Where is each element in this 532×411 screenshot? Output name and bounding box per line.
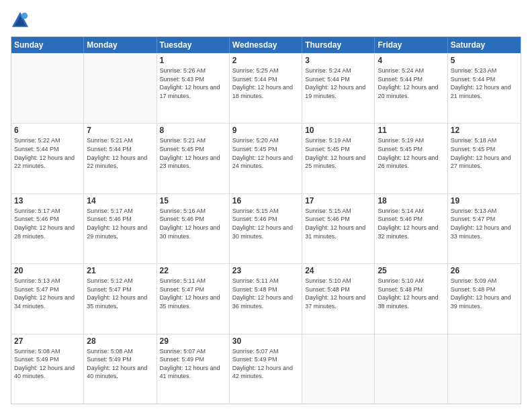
cell-date-number: 17 [305, 196, 371, 205]
logo [11, 11, 32, 30]
cell-date-number: 14 [87, 196, 153, 205]
day-cell-29: 29Sunrise: 5:07 AMSunset: 5:49 PMDayligh… [157, 334, 230, 404]
day-header-thursday: Thursday [302, 37, 375, 53]
calendar-page: SundayMondayTuesdayWednesdayThursdayFrid… [0, 0, 532, 411]
day-cell-21: 21Sunrise: 5:12 AMSunset: 5:47 PMDayligh… [84, 264, 157, 333]
cell-info: Sunrise: 5:10 AMSunset: 5:48 PMDaylight:… [305, 277, 371, 310]
day-cell-26: 26Sunrise: 5:09 AMSunset: 5:48 PMDayligh… [448, 264, 521, 333]
cell-info: Sunrise: 5:19 AMSunset: 5:45 PMDaylight:… [305, 136, 371, 170]
day-cell-16: 16Sunrise: 5:15 AMSunset: 5:46 PMDayligh… [230, 194, 302, 263]
empty-cell [375, 334, 447, 404]
cell-date-number: 4 [378, 56, 444, 65]
cell-info: Sunrise: 5:13 AMSunset: 5:47 PMDaylight:… [451, 207, 518, 240]
cell-info: Sunrise: 5:24 AMSunset: 5:44 PMDaylight:… [378, 66, 444, 100]
day-cell-9: 9Sunrise: 5:20 AMSunset: 5:45 PMDaylight… [230, 124, 302, 193]
header [11, 11, 521, 30]
day-cell-18: 18Sunrise: 5:14 AMSunset: 5:46 PMDayligh… [375, 194, 447, 263]
day-cell-3: 3Sunrise: 5:24 AMSunset: 5:44 PMDaylight… [302, 54, 375, 123]
day-cell-8: 8Sunrise: 5:21 AMSunset: 5:45 PMDaylight… [157, 124, 230, 193]
day-cell-23: 23Sunrise: 5:11 AMSunset: 5:48 PMDayligh… [230, 264, 302, 333]
day-cell-4: 4Sunrise: 5:24 AMSunset: 5:44 PMDaylight… [375, 54, 447, 123]
cell-date-number: 20 [14, 266, 81, 275]
cell-info: Sunrise: 5:07 AMSunset: 5:49 PMDaylight:… [160, 347, 226, 381]
cell-info: Sunrise: 5:23 AMSunset: 5:44 PMDaylight:… [451, 66, 518, 100]
cell-date-number: 18 [378, 196, 444, 205]
cell-date-number: 6 [14, 126, 81, 135]
cell-date-number: 2 [232, 56, 299, 65]
day-cell-6: 6Sunrise: 5:22 AMSunset: 5:44 PMDaylight… [11, 124, 84, 193]
day-header-tuesday: Tuesday [157, 37, 230, 53]
cell-date-number: 9 [232, 126, 299, 135]
cell-info: Sunrise: 5:18 AMSunset: 5:45 PMDaylight:… [451, 136, 518, 170]
cell-date-number: 3 [305, 56, 371, 65]
day-header-sunday: Sunday [11, 37, 84, 53]
day-cell-28: 28Sunrise: 5:08 AMSunset: 5:49 PMDayligh… [84, 334, 157, 404]
day-cell-20: 20Sunrise: 5:13 AMSunset: 5:47 PMDayligh… [11, 264, 84, 333]
day-cell-27: 27Sunrise: 5:08 AMSunset: 5:49 PMDayligh… [11, 334, 84, 404]
day-header-friday: Friday [375, 37, 447, 53]
cell-date-number: 8 [160, 126, 226, 135]
cell-info: Sunrise: 5:07 AMSunset: 5:49 PMDaylight:… [232, 347, 299, 381]
cell-info: Sunrise: 5:12 AMSunset: 5:47 PMDaylight:… [87, 277, 153, 310]
day-cell-11: 11Sunrise: 5:19 AMSunset: 5:45 PMDayligh… [375, 124, 447, 193]
cell-info: Sunrise: 5:08 AMSunset: 5:49 PMDaylight:… [14, 347, 81, 381]
week-row-2: 6Sunrise: 5:22 AMSunset: 5:44 PMDaylight… [11, 123, 521, 193]
cell-date-number: 25 [378, 266, 444, 275]
cell-info: Sunrise: 5:17 AMSunset: 5:46 PMDaylight:… [87, 207, 153, 240]
cell-info: Sunrise: 5:13 AMSunset: 5:47 PMDaylight:… [14, 277, 81, 310]
calendar-header-row: SundayMondayTuesdayWednesdayThursdayFrid… [11, 37, 521, 53]
cell-info: Sunrise: 5:21 AMSunset: 5:44 PMDaylight:… [87, 136, 153, 170]
cell-info: Sunrise: 5:08 AMSunset: 5:49 PMDaylight:… [87, 347, 153, 381]
cell-info: Sunrise: 5:17 AMSunset: 5:46 PMDaylight:… [14, 207, 81, 240]
logo-icon [11, 11, 30, 30]
day-cell-2: 2Sunrise: 5:25 AMSunset: 5:44 PMDaylight… [230, 54, 302, 123]
cell-info: Sunrise: 5:15 AMSunset: 5:46 PMDaylight:… [232, 207, 299, 240]
calendar: SundayMondayTuesdayWednesdayThursdayFrid… [11, 36, 521, 404]
empty-cell [84, 54, 157, 123]
svg-point-2 [21, 13, 28, 19]
cell-info: Sunrise: 5:20 AMSunset: 5:45 PMDaylight:… [232, 136, 299, 170]
day-cell-25: 25Sunrise: 5:10 AMSunset: 5:48 PMDayligh… [375, 264, 447, 333]
cell-date-number: 27 [14, 336, 81, 346]
cell-date-number: 24 [305, 266, 371, 275]
cell-date-number: 7 [87, 126, 153, 135]
cell-info: Sunrise: 5:26 AMSunset: 5:43 PMDaylight:… [160, 66, 226, 100]
cell-date-number: 11 [378, 126, 444, 135]
day-cell-17: 17Sunrise: 5:15 AMSunset: 5:46 PMDayligh… [302, 194, 375, 263]
cell-date-number: 29 [160, 336, 226, 346]
cell-date-number: 19 [451, 196, 518, 205]
cell-date-number: 23 [232, 266, 299, 275]
day-cell-30: 30Sunrise: 5:07 AMSunset: 5:49 PMDayligh… [230, 334, 302, 404]
cell-date-number: 13 [14, 196, 81, 205]
empty-cell [11, 54, 84, 123]
cell-date-number: 26 [451, 266, 518, 275]
day-cell-14: 14Sunrise: 5:17 AMSunset: 5:46 PMDayligh… [84, 194, 157, 263]
cell-info: Sunrise: 5:09 AMSunset: 5:48 PMDaylight:… [451, 277, 518, 310]
day-cell-7: 7Sunrise: 5:21 AMSunset: 5:44 PMDaylight… [84, 124, 157, 193]
day-cell-12: 12Sunrise: 5:18 AMSunset: 5:45 PMDayligh… [448, 124, 521, 193]
day-header-monday: Monday [84, 37, 157, 53]
day-cell-10: 10Sunrise: 5:19 AMSunset: 5:45 PMDayligh… [302, 124, 375, 193]
day-cell-15: 15Sunrise: 5:16 AMSunset: 5:46 PMDayligh… [157, 194, 230, 263]
day-cell-24: 24Sunrise: 5:10 AMSunset: 5:48 PMDayligh… [302, 264, 375, 333]
cell-date-number: 30 [232, 336, 299, 346]
cell-date-number: 10 [305, 126, 371, 135]
day-cell-5: 5Sunrise: 5:23 AMSunset: 5:44 PMDaylight… [448, 54, 521, 123]
empty-cell [302, 334, 375, 404]
cell-date-number: 21 [87, 266, 153, 275]
empty-cell [448, 334, 521, 404]
cell-info: Sunrise: 5:10 AMSunset: 5:48 PMDaylight:… [378, 277, 444, 310]
cell-info: Sunrise: 5:15 AMSunset: 5:46 PMDaylight:… [305, 207, 371, 240]
cell-info: Sunrise: 5:11 AMSunset: 5:47 PMDaylight:… [160, 277, 226, 310]
cell-info: Sunrise: 5:14 AMSunset: 5:46 PMDaylight:… [378, 207, 444, 240]
day-header-wednesday: Wednesday [230, 37, 302, 53]
cell-info: Sunrise: 5:24 AMSunset: 5:44 PMDaylight:… [305, 66, 371, 100]
week-row-4: 20Sunrise: 5:13 AMSunset: 5:47 PMDayligh… [11, 263, 521, 333]
cell-date-number: 1 [160, 56, 226, 65]
cell-info: Sunrise: 5:16 AMSunset: 5:46 PMDaylight:… [160, 207, 226, 240]
day-cell-13: 13Sunrise: 5:17 AMSunset: 5:46 PMDayligh… [11, 194, 84, 263]
week-row-3: 13Sunrise: 5:17 AMSunset: 5:46 PMDayligh… [11, 193, 521, 263]
cell-date-number: 5 [451, 56, 518, 65]
cell-info: Sunrise: 5:19 AMSunset: 5:45 PMDaylight:… [378, 136, 444, 170]
cell-date-number: 12 [451, 126, 518, 135]
